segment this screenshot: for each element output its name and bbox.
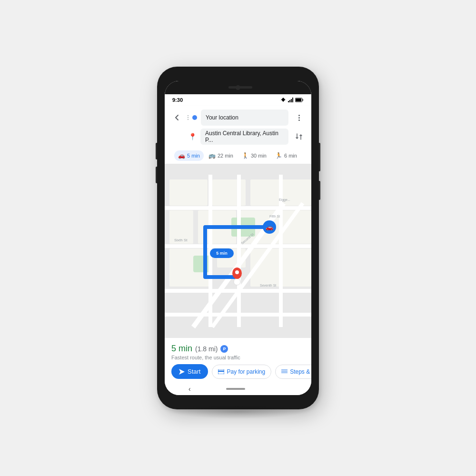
route-line-dots	[188, 115, 188, 120]
run-time: 6 min	[284, 153, 297, 159]
parking-badge: P	[220, 345, 228, 353]
phone-bottom-bar: ‹	[165, 383, 311, 395]
origin-text: Your location	[206, 114, 238, 121]
card-icon	[218, 369, 224, 374]
destination-pin-icon: 📍	[188, 133, 197, 140]
tab-walking[interactable]: 🚶 30 min	[238, 150, 270, 161]
home-indicator[interactable]	[226, 388, 245, 390]
tab-transit[interactable]: 🚌 22 min	[205, 150, 237, 161]
svg-text:Seventh St: Seventh St	[260, 284, 276, 287]
more-dots-icon	[298, 115, 300, 121]
svg-rect-1	[288, 101, 289, 102]
svg-rect-9	[169, 179, 208, 206]
bus-icon: 🚌	[208, 152, 216, 159]
route-time: 5 min	[171, 344, 192, 354]
swap-routes-button[interactable]	[292, 130, 306, 143]
status-bar: 9:30	[165, 94, 311, 106]
pay-parking-label: Pay for parking	[227, 368, 265, 375]
route-distance: (1.8 mi)	[195, 345, 218, 353]
phone-screen: 9:30	[165, 81, 311, 395]
svg-rect-25	[237, 175, 241, 327]
svg-text:Fifth St: Fifth St	[269, 215, 280, 218]
pay-parking-button[interactable]: Pay for parking	[212, 365, 271, 379]
phone-device: 9:30	[157, 67, 319, 409]
walk-time: 30 min	[251, 153, 267, 159]
run-icon: 🏃	[275, 152, 282, 159]
battery-icon	[295, 98, 304, 102]
phone-shadow	[171, 405, 305, 419]
svg-marker-0	[280, 98, 287, 102]
navigation-icon	[179, 369, 185, 375]
navigation-header: Your location 📍 Austin Central Library, …	[165, 106, 311, 164]
svg-rect-2	[289, 100, 290, 102]
steps-more-button[interactable]: Steps & more	[275, 365, 311, 379]
signal-icon	[288, 98, 294, 102]
status-time: 9:30	[172, 97, 183, 103]
map-view[interactable]: Sixth St Second St Seventh St Eigge... F…	[165, 164, 311, 338]
walk-icon: 🚶	[242, 152, 249, 159]
tab-driving[interactable]: 🚗 5 min	[174, 150, 204, 161]
start-button[interactable]: Start	[171, 364, 208, 379]
map-svg: Sixth St Second St Seventh St Eigge... F…	[165, 164, 311, 338]
origin-dot	[192, 115, 197, 120]
transport-tabs: 🚗 5 min 🚌 22 min 🚶 30 min 🏃 6 min 🚲	[170, 149, 306, 164]
action-buttons: Start Pay for parking Steps & more	[171, 364, 305, 379]
svg-text:Eigge...: Eigge...	[279, 198, 290, 202]
wifi-icon	[280, 98, 287, 102]
tab-cycling[interactable]: 🚲 10 m	[302, 150, 306, 161]
car-icon: 🚗	[178, 152, 185, 159]
steps-more-label: Steps & more	[290, 368, 311, 375]
list-icon	[281, 369, 288, 374]
destination-input[interactable]: Austin Central Library, Austin P...	[200, 129, 288, 145]
tab-running[interactable]: 🏃 6 min	[271, 150, 301, 161]
svg-rect-7	[296, 99, 301, 101]
destination-text: Austin Central Library, Austin P...	[205, 130, 284, 143]
status-icons	[280, 98, 304, 102]
svg-point-38	[234, 278, 240, 285]
volume-down-button	[156, 167, 157, 183]
back-button[interactable]	[170, 111, 184, 124]
transit-time: 22 min	[218, 153, 233, 159]
svg-rect-4	[292, 98, 293, 102]
svg-text:Sixth St: Sixth St	[174, 238, 188, 242]
svg-text:5 min: 5 min	[216, 251, 228, 256]
bottom-panel: 5 min (1.8 mi) P Fastest route, the usua…	[165, 338, 311, 383]
svg-rect-6	[303, 99, 304, 101]
svg-rect-3	[291, 99, 292, 102]
svg-point-40	[235, 270, 239, 274]
svg-rect-26	[279, 175, 283, 327]
more-options-button[interactable]	[292, 111, 306, 124]
svg-marker-41	[179, 369, 185, 375]
svg-text:🚗: 🚗	[266, 223, 274, 231]
phone-speaker	[228, 86, 252, 89]
volume-up-button	[156, 143, 157, 159]
origin-input[interactable]: Your location	[201, 109, 288, 126]
back-nav-button[interactable]: ‹	[188, 385, 191, 393]
driving-time: 5 min	[187, 153, 200, 159]
route-info: 5 min (1.8 mi) P Fastest route, the usua…	[171, 344, 305, 360]
start-label: Start	[188, 368, 200, 375]
route-subtext: Fastest route, the usual traffic	[171, 355, 305, 360]
svg-rect-43	[218, 370, 224, 372]
phone-notch	[165, 81, 311, 94]
